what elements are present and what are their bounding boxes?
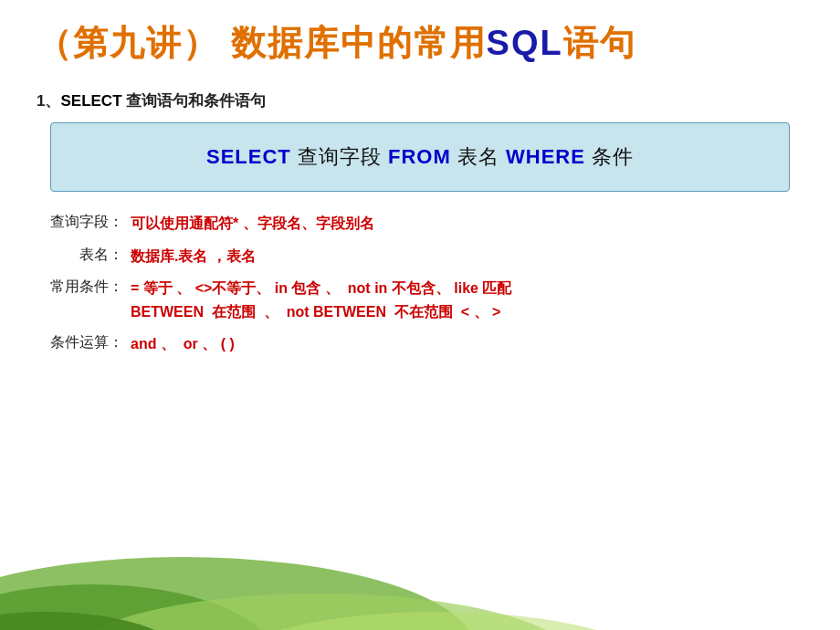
label-tablename: 表名： bbox=[50, 245, 123, 265]
svg-point-4 bbox=[219, 612, 657, 630]
label-conditions: 常用条件： bbox=[50, 277, 123, 297]
title-prefix: （第九讲） bbox=[37, 24, 219, 62]
svg-point-1 bbox=[0, 584, 274, 630]
sql-box: SELECT 查询字段 FROM 表名 WHERE 条件 bbox=[50, 122, 790, 192]
title-sql: SQL bbox=[487, 24, 563, 62]
content-area: 查询字段： 可以使用通配符* 、字段名、字段别名 表名： 数据库.表名 ，表名 … bbox=[0, 208, 840, 369]
sql-statement: SELECT 查询字段 FROM 表名 WHERE 条件 bbox=[206, 145, 634, 168]
title-main: 数据库中的常用 bbox=[231, 24, 487, 62]
sql-condition: 条件 bbox=[585, 145, 634, 168]
sql-where: WHERE bbox=[506, 145, 585, 168]
sql-tablename: 表名 bbox=[451, 145, 506, 168]
title-suffix: 语句 bbox=[563, 24, 636, 62]
label-query-fields: 查询字段： bbox=[50, 212, 123, 232]
section1-header: 1、SELECT 查询语句和条件语句 bbox=[0, 81, 840, 122]
content-query-fields: 可以使用通配符* 、字段名、字段别名 bbox=[131, 212, 374, 236]
content-tablename: 数据库.表名 ，表名 bbox=[131, 245, 256, 268]
sql-select: SELECT bbox=[206, 145, 291, 168]
content-operators: and 、 or 、 ( ) bbox=[131, 332, 235, 356]
svg-point-3 bbox=[0, 612, 192, 630]
bottom-decoration bbox=[0, 530, 840, 630]
row-query-fields: 查询字段： 可以使用通配符* 、字段名、字段别名 bbox=[50, 212, 790, 236]
row-conditions: 常用条件： = 等于 、 <>不等于、 in 包含 、 not in 不包含、 … bbox=[50, 277, 790, 323]
section-number: 1、 bbox=[37, 92, 60, 110]
section-keyword: SELECT bbox=[60, 92, 121, 110]
sql-from: FROM bbox=[388, 145, 451, 168]
content-conditions: = 等于 、 <>不等于、 in 包含 、 not in 不包含、 like 匹… bbox=[131, 277, 511, 323]
svg-point-2 bbox=[64, 593, 575, 630]
section-text: 查询语句和条件语句 bbox=[122, 92, 267, 110]
row-tablename: 表名： 数据库.表名 ，表名 bbox=[50, 245, 790, 268]
row-operators: 条件运算： and 、 or 、 ( ) bbox=[50, 332, 790, 356]
sql-box-wrapper: SELECT 查询字段 FROM 表名 WHERE 条件 bbox=[0, 122, 840, 192]
slide: （第九讲） 数据库中的常用SQL语句 1、SELECT 查询语句和条件语句 SE… bbox=[0, 0, 840, 630]
sql-fields: 查询字段 bbox=[291, 145, 388, 168]
label-operators: 条件运算： bbox=[50, 332, 123, 352]
main-title: （第九讲） 数据库中的常用SQL语句 bbox=[37, 20, 803, 67]
svg-point-0 bbox=[0, 557, 475, 630]
title-area: （第九讲） 数据库中的常用SQL语句 bbox=[0, 0, 840, 81]
